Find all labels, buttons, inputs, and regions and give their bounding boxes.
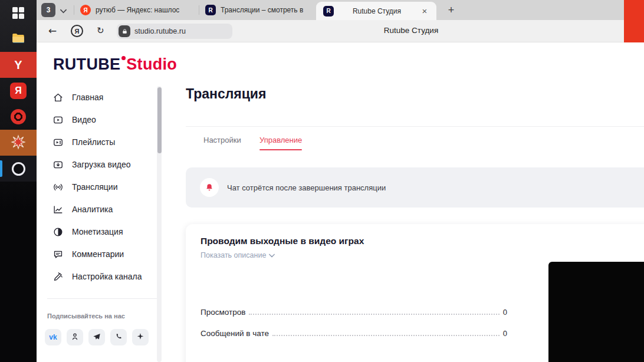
logo-suffix: Studio xyxy=(126,55,177,74)
sidebar-item-channel-settings[interactable]: Настройка канала xyxy=(47,265,159,288)
broadcast-icon xyxy=(52,181,64,193)
stat-views-row: Просмотров 0 xyxy=(201,308,507,317)
sidebar-item-label: Главная xyxy=(72,93,103,102)
back-button[interactable]: ← xyxy=(48,25,57,37)
scrollbar-thumb[interactable] xyxy=(157,87,162,153)
chevron-down-icon xyxy=(60,6,67,15)
comments-icon xyxy=(52,248,64,260)
odnoklassniki-button[interactable] xyxy=(67,329,83,345)
sidebar-scrollbar[interactable] xyxy=(157,86,162,362)
show-description-button[interactable]: Показать описание xyxy=(201,251,275,259)
rutube-favicon: R xyxy=(205,5,216,15)
sidebar-item-label: Загрузка видео xyxy=(72,160,131,169)
rutube-studio-page: RUTUBEStudio Главная Видео Плейлисты З xyxy=(37,42,644,362)
tab-bar: 3 Я рутюб — Яндекс: нашлос R Трансляции … xyxy=(37,0,644,20)
stat-chat-messages-row: Сообщений в чате 0 xyxy=(201,329,507,338)
tab-management[interactable]: Управление xyxy=(259,136,302,144)
subscribe-label: Подписывайтесь на нас xyxy=(47,312,125,320)
sidebar-item-home[interactable]: Главная xyxy=(47,86,159,108)
sidebar-item-label: Настройка канала xyxy=(72,272,142,281)
notice-banner: Чат сотрётся после завершения трансляции xyxy=(186,167,644,208)
more-socials-button[interactable] xyxy=(132,329,149,345)
rutube-studio-logo[interactable]: RUTUBEStudio xyxy=(53,55,177,74)
active-app-indicator xyxy=(0,160,2,177)
tab-title: рутюб — Яндекс: нашлос xyxy=(96,6,179,14)
record-icon xyxy=(11,109,26,124)
refresh-button[interactable]: ↻ xyxy=(97,25,104,36)
lock-icon xyxy=(119,25,130,37)
playlist-icon xyxy=(52,136,64,148)
sidebar-item-label: Видео xyxy=(72,115,96,124)
sidebar-item-label: Монетизация xyxy=(72,227,123,236)
odnoklassniki-icon xyxy=(70,332,80,343)
sidebar-item-playlists[interactable]: Плейлисты xyxy=(47,131,159,153)
sidebar-item-broadcasts[interactable]: Трансляции xyxy=(47,176,159,198)
stream-title: Проводим выходные в видео играх xyxy=(201,236,364,246)
yandex-app-button[interactable]: Я xyxy=(0,78,37,104)
tab-settings[interactable]: Настройки xyxy=(203,136,241,144)
tab-rutube-translations[interactable]: R Трансляции – смотреть в xyxy=(199,0,321,20)
rutube-app-button[interactable] xyxy=(0,130,37,156)
new-tab-button[interactable]: + xyxy=(443,2,459,18)
tab-counter-button[interactable]: 3 xyxy=(41,3,55,17)
rutube-favicon: R xyxy=(323,6,334,17)
yandex-home-button[interactable]: Я xyxy=(71,25,83,37)
yandex-browser-icon: Y xyxy=(14,58,22,72)
chevron-down-icon xyxy=(269,251,275,259)
yandex-icon: Я xyxy=(10,83,27,99)
dotted-leader xyxy=(272,335,500,336)
close-tab-button[interactable]: × xyxy=(420,6,429,15)
app-dock: Y Я xyxy=(0,0,37,362)
browser-toolbar: ← Я ↻ studio.rutube.ru Rutube Студия xyxy=(37,20,644,42)
window-title: Rutube Студия xyxy=(178,26,644,35)
sidebar-item-label: Комментарии xyxy=(72,249,124,259)
yandex-favicon: Я xyxy=(80,5,91,15)
tabs-divider xyxy=(186,126,644,127)
viber-button[interactable] xyxy=(110,329,127,345)
analytics-icon xyxy=(52,203,64,215)
stat-label: Сообщений в чате xyxy=(201,329,269,338)
record-app-button[interactable] xyxy=(0,104,37,130)
sidebar-item-monetization[interactable]: Монетизация xyxy=(47,221,159,243)
stream-card: Проводим выходные в видео играх Показать… xyxy=(186,224,644,362)
sidebar-item-video[interactable]: Видео xyxy=(47,108,159,131)
video-icon xyxy=(52,114,64,126)
desktop: Y Я 3 Я xyxy=(0,0,644,362)
stat-value: 0 xyxy=(503,329,507,338)
stream-preview[interactable] xyxy=(548,262,644,362)
telegram-icon xyxy=(92,332,101,343)
tab-yandex-search[interactable]: Я рутюб — Яндекс: нашлос xyxy=(74,0,198,20)
browser-window: 3 Я рутюб — Яндекс: нашлос R Трансляции … xyxy=(37,0,644,362)
stream-stats: Просмотров 0 Сообщений в чате 0 xyxy=(201,308,507,350)
sidebar-divider xyxy=(47,298,158,299)
viber-icon xyxy=(114,332,123,343)
page-title: Трансляция xyxy=(186,86,266,102)
sidebar-item-analytics[interactable]: Аналитика xyxy=(47,198,159,221)
sidebar-item-label: Плейлисты xyxy=(72,137,115,147)
monetization-icon xyxy=(52,226,64,238)
tab-list-button[interactable] xyxy=(57,6,69,15)
sidebar-item-comments[interactable]: Комментарии xyxy=(47,243,159,265)
start-menu-icon xyxy=(12,7,24,19)
telegram-button[interactable] xyxy=(88,329,105,345)
dotted-leader xyxy=(249,314,499,315)
tab-rutube-studio[interactable]: R Rutube Студия × xyxy=(316,2,436,20)
file-explorer-button[interactable] xyxy=(0,26,37,52)
sidebar-item-label: Аналитика xyxy=(72,205,113,214)
logo-dot xyxy=(121,56,126,60)
obs-app-button[interactable] xyxy=(0,156,37,182)
studio-sidebar: Главная Видео Плейлисты Загрузка видео Т… xyxy=(47,86,159,288)
vk-icon: vk xyxy=(49,333,57,341)
notice-text: Чат сотрётся после завершения трансляции xyxy=(227,183,386,192)
sidebar-item-upload[interactable]: Загрузка видео xyxy=(47,153,159,176)
yandex-browser-button[interactable]: Y xyxy=(0,52,37,78)
vk-button[interactable]: vk xyxy=(45,329,61,345)
tab-title: Трансляции – смотреть в xyxy=(221,6,303,14)
start-menu-button[interactable] xyxy=(0,0,37,26)
home-icon xyxy=(52,91,64,103)
folder-icon xyxy=(11,31,26,48)
main-content: Трансляция Настройки Управление Чат сотр… xyxy=(186,42,644,362)
channel-settings-icon xyxy=(52,271,64,282)
show-description-label: Показать описание xyxy=(201,251,266,259)
logo-brand: RUTUBE xyxy=(53,55,120,74)
